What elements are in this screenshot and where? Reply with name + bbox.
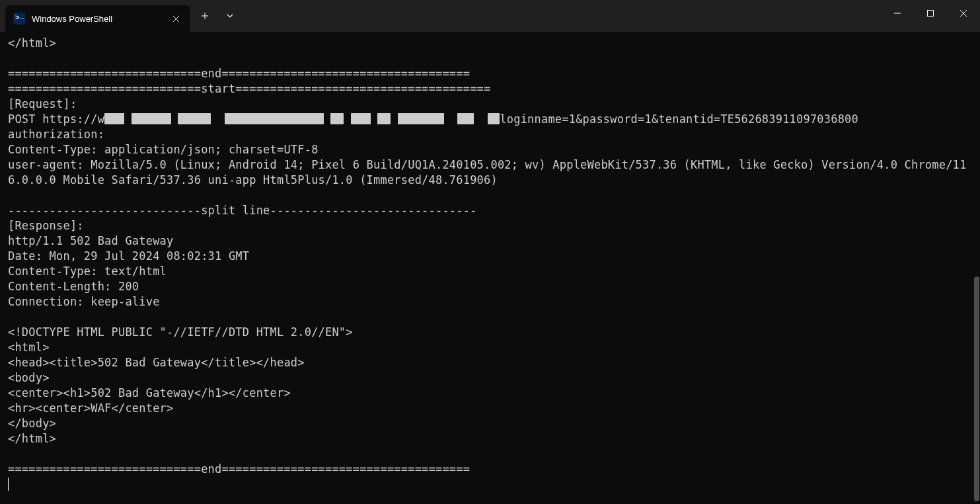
output-line: </html> [8,432,56,445]
tab-title: Windows PowerShell [32,14,163,24]
redacted-segment [225,113,324,124]
close-tab-button[interactable] [169,12,182,25]
output-line: Content-Type: application/json; charset=… [8,143,319,156]
tab-dropdown-button[interactable] [218,4,242,28]
minimize-button[interactable] [881,0,914,26]
redacted-segment [330,113,344,124]
output-line: </html> [8,36,56,50]
output-line: <body> [8,371,50,384]
output-line: [Request]: [8,97,77,110]
close-window-button[interactable] [947,0,980,26]
output-line: Content-Type: text/html [8,265,167,278]
powershell-icon [13,13,25,24]
redacted-segment [104,113,124,124]
output-line: ============================end=========… [8,462,470,476]
output-line: <head><title>502 Bad Gateway</title></he… [8,356,305,369]
tab-actions [190,0,242,32]
output-line: user-agent: Mozilla/5.0 (Linux; Android … [8,158,966,187]
tab-region: Windows PowerShell [0,0,190,32]
redacted-segment [377,113,391,124]
output-line: <center><h1>502 Bad Gateway</h1></center… [8,386,291,399]
output-line: http/1.1 502 Bad Gateway [8,234,173,247]
output-line: authorization: [8,128,104,141]
output-line: Connection: keep-alive [8,295,160,308]
titlebar: Windows PowerShell [0,0,980,32]
redacted-segment [398,113,444,124]
output-line: <html> [8,341,50,354]
svg-rect-0 [928,11,934,17]
redacted-segment [351,113,371,124]
redacted-segment [488,113,500,124]
output-line: <!DOCTYPE HTML PUBLIC "-//IETF//DTD HTML… [8,325,353,339]
scrollbar-thumb[interactable] [974,276,979,501]
tab-active[interactable]: Windows PowerShell [5,5,190,32]
output-line: [Response]: [8,219,84,232]
output-line: ============================end=========… [8,67,470,80]
maximize-button[interactable] [914,0,947,26]
output-line: </body> [8,417,56,430]
output-line: ============================start=======… [8,82,490,95]
redacted-segment [132,113,171,124]
new-tab-button[interactable] [193,4,217,28]
output-line: ----------------------------split line--… [8,204,477,217]
terminal-output[interactable]: </html> ============================end=… [0,32,980,496]
output-line: <hr><center>WAF</center> [8,401,173,415]
scrollbar-vertical[interactable] [972,32,980,504]
output-line-url-part1: POST https://w [8,112,104,126]
redacted-segment [457,113,474,124]
output-line-url-part2: loginname=1&password=1&tenantid=TE562683… [500,112,858,126]
redacted-segment [178,113,211,124]
terminal-cursor [8,478,9,491]
window-controls [881,0,980,26]
output-line: Date: Mon, 29 Jul 2024 08:02:31 GMT [8,249,249,263]
output-line: Content-Length: 200 [8,280,139,293]
